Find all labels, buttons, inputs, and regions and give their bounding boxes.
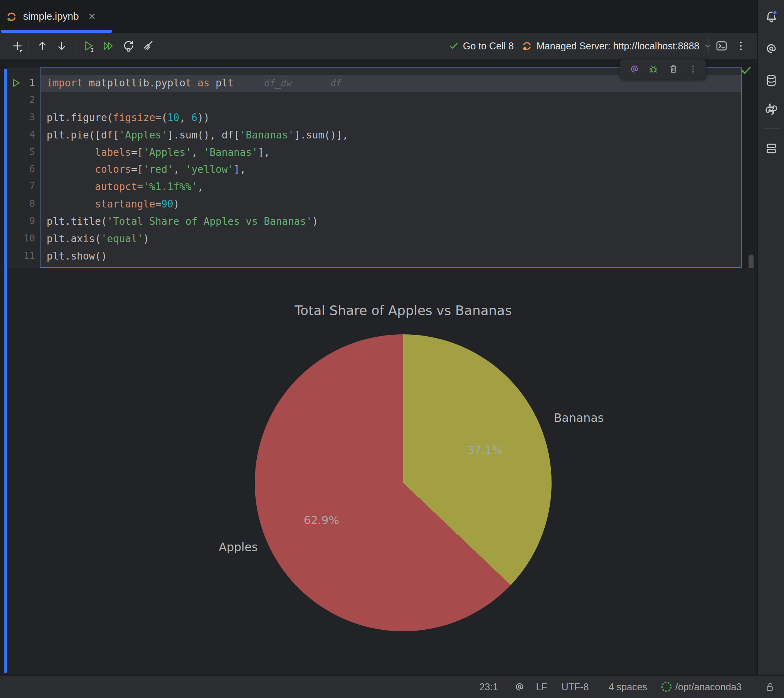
line-number-gutter: 1234567891011 (7, 74, 35, 265)
line-number[interactable]: 11 (7, 247, 35, 265)
server-selector[interactable]: Managed Server: http://localhost:8888 (521, 33, 712, 59)
code-cell[interactable]: import matplotlib.pyplot as pltplt.figur… (40, 67, 742, 268)
toolbar-separator (76, 38, 76, 54)
code-line[interactable]: labels=['Apples', 'Bananas'], (47, 144, 348, 161)
right-tool-strip (757, 0, 784, 675)
status-bar: 23:1 LF UTF-8 4 spaces /opt/anaconda3 (0, 675, 784, 698)
code-line[interactable]: plt.pie([df['Apples'].sum(), df['Bananas… (47, 126, 348, 144)
code-line[interactable]: colors=['red', 'yellow'], (47, 161, 348, 178)
debug-cell-button[interactable] (648, 64, 659, 74)
run-all-cells-button[interactable] (100, 33, 117, 59)
toolbar-separator (708, 38, 709, 54)
line-number[interactable]: 4 (7, 126, 35, 143)
restart-kernel-button[interactable] (120, 33, 137, 59)
inlay-hint: df_dw (264, 76, 292, 90)
notebook-toolbar: Go to Cell 8 Managed Server: http://loca… (0, 33, 757, 59)
toolbar-separator (29, 38, 29, 54)
line-number[interactable]: 2 (7, 91, 35, 109)
code-line[interactable]: plt.title('Total Share of Apples vs Bana… (47, 213, 348, 230)
code-line[interactable]: plt.axis('equal') (47, 230, 348, 248)
code-line[interactable]: plt.figure(figsize=(10, 6)) (47, 109, 348, 126)
move-cell-up-button[interactable] (34, 33, 51, 59)
ai-status-icon[interactable] (514, 676, 525, 698)
go-to-cell-button[interactable]: Go to Cell 8 (448, 33, 514, 59)
selected-cell-indicator (4, 69, 7, 673)
server-label: Managed Server: http://localhost:8888 (537, 40, 700, 52)
line-separator-indicator[interactable]: LF (536, 676, 547, 698)
toolbar-more-options-button[interactable] (732, 33, 749, 59)
python-packages-icon[interactable] (764, 101, 779, 117)
clear-outputs-broom-button[interactable] (139, 33, 156, 59)
line-number[interactable]: 3 (7, 109, 35, 126)
code-line[interactable]: startangle=90) (47, 196, 348, 213)
ai-assistant-icon[interactable] (764, 41, 779, 56)
tab-close-icon[interactable]: ✕ (88, 11, 96, 22)
code-content[interactable]: import matplotlib.pyplot as pltplt.figur… (47, 74, 348, 265)
line-number[interactable]: 8 (7, 195, 35, 212)
code-line[interactable]: autopct='%1.1f%%', (47, 178, 348, 196)
ai-cell-actions-button[interactable] (629, 64, 640, 74)
indent-indicator[interactable]: 4 spaces (609, 676, 647, 698)
notifications-bell-icon[interactable] (764, 9, 779, 25)
line-number[interactable]: 10 (7, 230, 35, 247)
code-line[interactable] (47, 92, 348, 109)
move-cell-down-button[interactable] (53, 33, 70, 59)
tab-simple-ipynb[interactable]: simple.ipynb ✕ (5, 0, 96, 33)
pie-label-bananas: Bananas (554, 411, 604, 425)
line-number[interactable]: 7 (7, 178, 35, 195)
chevron-down-icon (703, 42, 712, 50)
jupyter-server-icon (521, 40, 533, 52)
strip-divider (763, 128, 780, 129)
database-icon[interactable] (764, 73, 779, 88)
tab-title: simple.ipynb (23, 10, 79, 22)
active-tab-indicator (1, 30, 112, 33)
delete-cell-button[interactable] (668, 64, 679, 74)
caret-position[interactable]: 23:1 (479, 676, 498, 698)
pie-chart (255, 334, 552, 631)
cell-floating-toolbar (620, 59, 706, 79)
jupyter-notebook-icon (5, 10, 18, 23)
encoding-indicator[interactable]: UTF-8 (562, 676, 589, 698)
code-line[interactable]: import matplotlib.pyplot as plt (47, 74, 348, 92)
check-icon (448, 40, 459, 51)
open-in-terminal-button[interactable] (713, 33, 730, 59)
run-cell-gutter-button[interactable] (11, 78, 22, 88)
inlay-hint: df (330, 76, 342, 90)
interpreter-selector[interactable]: /opt/anaconda3 (660, 676, 742, 698)
unlocked-padlock-icon[interactable] (764, 676, 776, 698)
line-number[interactable]: 6 (7, 160, 35, 178)
pie-percent-bananas: 37.1% (446, 443, 523, 457)
cell-executed-check-icon (740, 64, 752, 76)
cell-output-panel: Total Share of Apples vs Bananas Bananas… (7, 268, 755, 674)
cell-more-actions-button[interactable] (688, 64, 698, 74)
go-to-cell-label: Go to Cell 8 (463, 40, 514, 52)
anaconda-icon (660, 680, 673, 693)
pie-percent-apples: 62.9% (283, 514, 360, 527)
structure-icon[interactable] (764, 141, 779, 156)
line-number[interactable]: 9 (7, 212, 35, 230)
code-line[interactable]: plt.show() (47, 248, 348, 265)
interpreter-path: /opt/anaconda3 (675, 681, 742, 693)
run-cell-button[interactable] (81, 33, 98, 59)
line-number[interactable]: 5 (7, 143, 35, 161)
pie-label-apples: Apples (200, 540, 277, 554)
add-cell-button[interactable] (9, 33, 26, 59)
tab-bar: simple.ipynb ✕ (0, 0, 757, 33)
chart-title: Total Share of Apples vs Bananas (249, 303, 557, 318)
